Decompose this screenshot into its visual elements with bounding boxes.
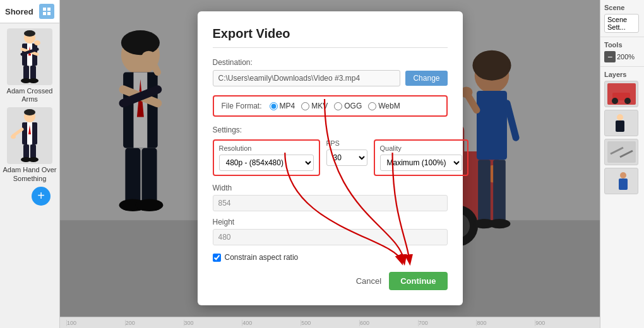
height-input[interactable] <box>213 229 448 245</box>
continue-button[interactable]: Continue <box>389 272 447 290</box>
ruler-mark: 300 <box>184 320 242 326</box>
format-ogg[interactable]: OGG <box>334 102 362 110</box>
adam-crossed-image <box>7 28 52 85</box>
sidebar-title: Shored <box>5 7 33 16</box>
adam-crossed-figure <box>11 30 49 84</box>
adam-hand-figure <box>11 109 49 163</box>
right-sidebar: Scene Scene Sett... Tools − 200% Layers <box>600 0 644 328</box>
file-format-label: File Format: <box>222 102 262 110</box>
quality-box: Quality Maximum (100%) High (80%) Medium… <box>374 139 468 176</box>
format-mp4[interactable]: MP4 <box>270 102 295 110</box>
sidebar-item-adam-hand[interactable]: Adam Hand Over Something <box>2 107 57 182</box>
grid-icon <box>42 7 51 16</box>
dimensions-section: Width Height <box>213 184 448 247</box>
layer-thumb-4[interactable] <box>604 168 638 194</box>
fps-container: FPS 24 30 60 <box>326 139 367 176</box>
change-button[interactable]: Change <box>405 71 447 86</box>
resolution-box: Resolution 480p - (854x480) 720p - (1280… <box>213 139 320 176</box>
fps-label: FPS <box>326 139 367 147</box>
modal-overlay: Export Video Destination: Change File Fo… <box>60 0 600 317</box>
layer-thumb-2[interactable] <box>604 110 638 136</box>
sidebar-item-adam-crossed[interactable]: Adam Crossed Arms <box>2 28 57 103</box>
format-mp4-label: MP4 <box>280 102 295 110</box>
svg-rect-2 <box>43 12 46 15</box>
sidebar-header: Shored <box>0 0 59 23</box>
svg-point-15 <box>34 40 40 45</box>
format-radio-group: MP4 MKV OGG WebM <box>270 102 400 110</box>
svg-rect-11 <box>23 66 29 79</box>
format-webm[interactable]: WebM <box>368 102 400 110</box>
ruler-mark: 200 <box>125 320 184 326</box>
svg-point-70 <box>624 98 631 104</box>
format-mkv[interactable]: MKV <box>301 102 328 110</box>
width-label: Width <box>213 184 448 192</box>
bottom-ruler: 100 200 300 400 500 600 700 800 900 <box>60 317 600 328</box>
svg-point-22 <box>11 135 16 139</box>
ruler-mark: 900 <box>535 320 593 326</box>
modal-footer: Cancel Continue <box>213 272 448 290</box>
format-ogg-label: OGG <box>344 102 362 110</box>
quality-label: Quality <box>380 144 462 152</box>
format-webm-label: WebM <box>378 102 400 110</box>
ruler-mark: 700 <box>418 320 477 326</box>
ruler-mark: 400 <box>242 320 301 326</box>
export-video-modal: Export Video Destination: Change File Fo… <box>198 11 463 305</box>
format-webm-radio[interactable] <box>368 102 376 110</box>
svg-rect-73 <box>616 120 624 132</box>
resolution-select[interactable]: 480p - (854x480) 720p - (1280x720) 1080p… <box>219 155 314 171</box>
format-mkv-radio[interactable] <box>301 102 309 110</box>
ruler-mark: 500 <box>301 320 359 326</box>
svg-rect-12 <box>30 66 36 79</box>
layer-4-preview <box>607 170 636 192</box>
tools-section: Tools − 200% <box>600 37 644 67</box>
fps-select[interactable]: 24 30 60 <box>326 149 367 166</box>
destination-row: Change <box>213 70 448 86</box>
tools-title: Tools <box>604 41 640 49</box>
zoom-minus-button[interactable]: − <box>604 51 616 62</box>
svg-point-72 <box>617 114 623 120</box>
ruler-mark: 800 <box>476 320 535 326</box>
ruler-mark: 600 <box>359 320 418 326</box>
svg-point-69 <box>612 98 618 104</box>
svg-rect-24 <box>30 144 36 158</box>
constrain-label: Constrain aspect ratio <box>225 253 299 262</box>
canvas-viewport: Export Video Destination: Change File Fo… <box>60 0 600 317</box>
format-mkv-label: MKV <box>311 102 328 110</box>
svg-point-78 <box>620 172 626 179</box>
adam-hand-label: Adam Hand Over Something <box>2 166 57 182</box>
svg-point-17 <box>24 109 35 115</box>
svg-point-5 <box>24 30 35 37</box>
file-format-section: File Format: MP4 MKV OGG <box>213 95 448 117</box>
sidebar-items-list: Adam Crossed Arms <box>0 23 59 328</box>
layers-section: Layers <box>600 67 644 328</box>
layer-thumb-3[interactable] <box>604 139 638 165</box>
main-canvas-area: Export Video Destination: Change File Fo… <box>60 0 600 328</box>
constrain-checkbox[interactable] <box>213 254 221 262</box>
format-mp4-radio[interactable] <box>270 102 278 110</box>
ruler-mark: 100 <box>66 320 125 326</box>
sidebar-icon-box[interactable] <box>39 4 54 19</box>
add-character-button[interactable]: + <box>32 187 51 206</box>
destination-input[interactable] <box>213 70 401 86</box>
svg-rect-79 <box>619 179 628 190</box>
svg-rect-3 <box>47 12 51 15</box>
width-input[interactable] <box>213 195 448 211</box>
cancel-button[interactable]: Cancel <box>356 276 381 286</box>
zoom-value: 200% <box>617 53 635 61</box>
layers-title: Layers <box>604 71 640 78</box>
constrain-row: Constrain aspect ratio <box>213 253 448 262</box>
layer-thumb-1[interactable] <box>604 81 638 107</box>
height-label: Height <box>213 218 448 226</box>
settings-row: Resolution 480p - (854x480) 720p - (1280… <box>213 139 448 176</box>
quality-select[interactable]: Maximum (100%) High (80%) Medium (60%) L… <box>380 155 462 171</box>
format-ogg-radio[interactable] <box>334 102 342 110</box>
svg-rect-0 <box>43 8 46 11</box>
resolution-label: Resolution <box>219 144 314 152</box>
scene-settings-button[interactable]: Scene Sett... <box>604 14 639 33</box>
adam-crossed-label: Adam Crossed Arms <box>2 87 57 103</box>
svg-line-21 <box>13 129 22 136</box>
svg-rect-1 <box>47 8 51 11</box>
left-sidebar: Shored <box>0 0 60 328</box>
layer-1-preview <box>607 83 636 105</box>
zoom-control: − 200% <box>604 51 640 62</box>
